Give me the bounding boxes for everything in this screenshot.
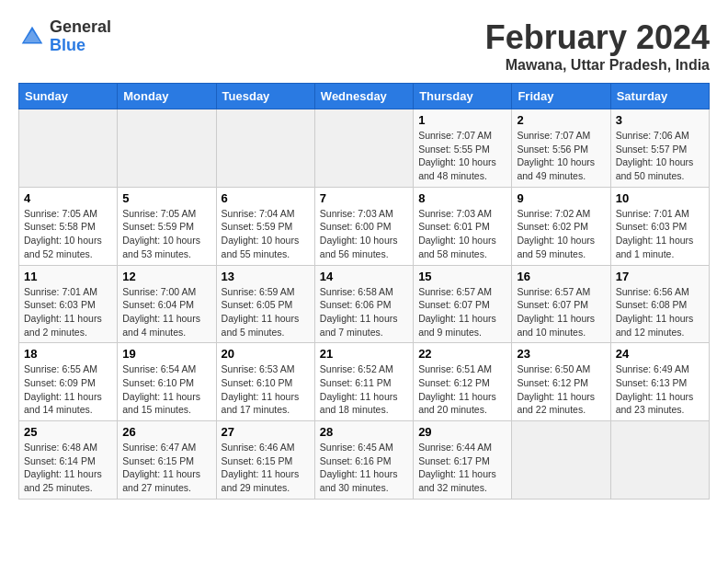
day-header-thursday: Thursday [414, 84, 512, 109]
month-year: February 2024 [485, 18, 710, 57]
calendar-cell: 20Sunrise: 6:53 AMSunset: 6:10 PMDayligh… [216, 343, 314, 421]
day-info: Sunrise: 7:01 AMSunset: 6:03 PMDaylight:… [24, 285, 112, 339]
day-info: Sunrise: 6:46 AMSunset: 6:15 PMDaylight:… [222, 441, 310, 495]
page-header: General Blue February 2024 Mawana, Uttar… [18, 18, 710, 74]
day-number: 24 [616, 347, 704, 361]
calendar-cell: 12Sunrise: 7:00 AMSunset: 6:04 PMDayligh… [118, 265, 216, 343]
calendar-cell: 21Sunrise: 6:52 AMSunset: 6:11 PMDayligh… [314, 343, 413, 421]
calendar-week-row: 18Sunrise: 6:55 AMSunset: 6:09 PMDayligh… [19, 343, 710, 421]
calendar-cell: 2Sunrise: 7:07 AMSunset: 5:56 PMDaylight… [512, 109, 610, 188]
day-number: 8 [418, 191, 506, 205]
calendar-cell: 29Sunrise: 6:44 AMSunset: 6:17 PMDayligh… [414, 421, 512, 500]
day-info: Sunrise: 7:01 AMSunset: 6:03 PMDaylight:… [616, 207, 704, 261]
day-header-saturday: Saturday [610, 84, 709, 109]
calendar-cell: 27Sunrise: 6:46 AMSunset: 6:15 PMDayligh… [216, 421, 314, 500]
day-number: 20 [222, 347, 310, 361]
logo: General Blue [18, 18, 111, 55]
calendar-cell: 22Sunrise: 6:51 AMSunset: 6:12 PMDayligh… [414, 343, 512, 421]
calendar-cell: 26Sunrise: 6:47 AMSunset: 6:15 PMDayligh… [118, 421, 216, 500]
day-info: Sunrise: 6:51 AMSunset: 6:12 PMDaylight:… [418, 362, 506, 417]
calendar-cell: 4Sunrise: 7:05 AMSunset: 5:58 PMDaylight… [19, 187, 118, 265]
day-info: Sunrise: 6:59 AMSunset: 6:05 PMDaylight:… [222, 285, 310, 339]
day-info: Sunrise: 6:49 AMSunset: 6:13 PMDaylight:… [616, 362, 704, 417]
title-block: February 2024 Mawana, Uttar Pradesh, Ind… [485, 18, 710, 74]
calendar-cell [512, 421, 610, 500]
day-info: Sunrise: 6:50 AMSunset: 6:12 PMDaylight:… [517, 362, 605, 417]
day-number: 22 [418, 347, 506, 361]
calendar-cell: 18Sunrise: 6:55 AMSunset: 6:09 PMDayligh… [19, 343, 118, 421]
day-number: 29 [418, 425, 506, 439]
calendar-cell: 6Sunrise: 7:04 AMSunset: 5:59 PMDaylight… [216, 187, 314, 265]
day-info: Sunrise: 6:53 AMSunset: 6:10 PMDaylight:… [222, 362, 310, 417]
day-header-wednesday: Wednesday [314, 84, 413, 109]
logo-blue-text: Blue [50, 36, 85, 54]
calendar-week-row: 25Sunrise: 6:48 AMSunset: 6:14 PMDayligh… [19, 421, 710, 500]
day-info: Sunrise: 7:05 AMSunset: 5:59 PMDaylight:… [122, 207, 210, 261]
calendar-cell: 14Sunrise: 6:58 AMSunset: 6:06 PMDayligh… [314, 265, 413, 343]
day-info: Sunrise: 7:04 AMSunset: 5:59 PMDaylight:… [222, 207, 310, 261]
day-info: Sunrise: 6:55 AMSunset: 6:09 PMDaylight:… [24, 362, 112, 417]
day-number: 26 [122, 425, 210, 439]
calendar-cell [19, 109, 118, 188]
day-info: Sunrise: 7:02 AMSunset: 6:02 PMDaylight:… [517, 207, 605, 261]
calendar-cell [216, 109, 314, 188]
calendar-cell [314, 109, 413, 188]
day-info: Sunrise: 7:03 AMSunset: 6:01 PMDaylight:… [418, 207, 506, 261]
day-number: 25 [24, 425, 112, 439]
logo-icon [18, 23, 46, 51]
day-number: 10 [616, 191, 704, 205]
calendar-week-row: 4Sunrise: 7:05 AMSunset: 5:58 PMDaylight… [19, 187, 710, 265]
day-number: 14 [320, 270, 408, 283]
day-info: Sunrise: 6:57 AMSunset: 6:07 PMDaylight:… [517, 285, 605, 339]
calendar-cell: 17Sunrise: 6:56 AMSunset: 6:08 PMDayligh… [610, 265, 709, 343]
day-info: Sunrise: 6:48 AMSunset: 6:14 PMDaylight:… [24, 441, 112, 495]
day-number: 28 [320, 425, 408, 439]
day-info: Sunrise: 7:06 AMSunset: 5:57 PMDaylight:… [616, 129, 704, 183]
day-number: 3 [616, 113, 704, 127]
day-info: Sunrise: 6:57 AMSunset: 6:07 PMDaylight:… [418, 285, 506, 339]
calendar-cell: 5Sunrise: 7:05 AMSunset: 5:59 PMDaylight… [118, 187, 216, 265]
day-info: Sunrise: 6:54 AMSunset: 6:10 PMDaylight:… [122, 362, 210, 417]
day-info: Sunrise: 6:58 AMSunset: 6:06 PMDaylight:… [320, 285, 408, 339]
day-number: 12 [122, 270, 210, 283]
day-header-tuesday: Tuesday [216, 84, 314, 109]
day-number: 21 [320, 347, 408, 361]
calendar-cell: 3Sunrise: 7:06 AMSunset: 5:57 PMDaylight… [610, 109, 709, 188]
day-number: 13 [222, 270, 310, 283]
calendar-cell: 28Sunrise: 6:45 AMSunset: 6:16 PMDayligh… [314, 421, 413, 500]
day-number: 27 [222, 425, 310, 439]
day-info: Sunrise: 6:52 AMSunset: 6:11 PMDaylight:… [320, 362, 408, 417]
calendar-week-row: 1Sunrise: 7:07 AMSunset: 5:55 PMDaylight… [19, 109, 710, 188]
day-number: 11 [24, 270, 112, 283]
day-info: Sunrise: 6:44 AMSunset: 6:17 PMDaylight:… [418, 441, 506, 495]
day-number: 4 [24, 191, 112, 205]
calendar-cell: 1Sunrise: 7:07 AMSunset: 5:55 PMDaylight… [414, 109, 512, 188]
calendar-cell: 8Sunrise: 7:03 AMSunset: 6:01 PMDaylight… [414, 187, 512, 265]
day-number: 23 [517, 347, 605, 361]
day-info: Sunrise: 7:07 AMSunset: 5:56 PMDaylight:… [517, 129, 605, 183]
day-info: Sunrise: 6:47 AMSunset: 6:15 PMDaylight:… [122, 441, 210, 495]
calendar-cell: 10Sunrise: 7:01 AMSunset: 6:03 PMDayligh… [610, 187, 709, 265]
day-info: Sunrise: 6:45 AMSunset: 6:16 PMDaylight:… [320, 441, 408, 495]
day-info: Sunrise: 7:07 AMSunset: 5:55 PMDaylight:… [418, 129, 506, 183]
day-info: Sunrise: 6:56 AMSunset: 6:08 PMDaylight:… [616, 285, 704, 339]
day-info: Sunrise: 7:00 AMSunset: 6:04 PMDaylight:… [122, 285, 210, 339]
location: Mawana, Uttar Pradesh, India [485, 57, 710, 74]
calendar-cell [118, 109, 216, 188]
day-header-monday: Monday [118, 84, 216, 109]
day-number: 18 [24, 347, 112, 361]
day-number: 6 [222, 191, 310, 205]
calendar-cell: 19Sunrise: 6:54 AMSunset: 6:10 PMDayligh… [118, 343, 216, 421]
day-number: 9 [517, 191, 605, 205]
day-number: 16 [517, 270, 605, 283]
calendar-cell: 13Sunrise: 6:59 AMSunset: 6:05 PMDayligh… [216, 265, 314, 343]
calendar-cell: 15Sunrise: 6:57 AMSunset: 6:07 PMDayligh… [414, 265, 512, 343]
calendar-cell: 24Sunrise: 6:49 AMSunset: 6:13 PMDayligh… [610, 343, 709, 421]
day-header-sunday: Sunday [19, 84, 118, 109]
day-info: Sunrise: 7:05 AMSunset: 5:58 PMDaylight:… [24, 207, 112, 261]
calendar-week-row: 11Sunrise: 7:01 AMSunset: 6:03 PMDayligh… [19, 265, 710, 343]
day-number: 2 [517, 113, 605, 127]
calendar-cell: 23Sunrise: 6:50 AMSunset: 6:12 PMDayligh… [512, 343, 610, 421]
day-header-friday: Friday [512, 84, 610, 109]
calendar-cell: 16Sunrise: 6:57 AMSunset: 6:07 PMDayligh… [512, 265, 610, 343]
